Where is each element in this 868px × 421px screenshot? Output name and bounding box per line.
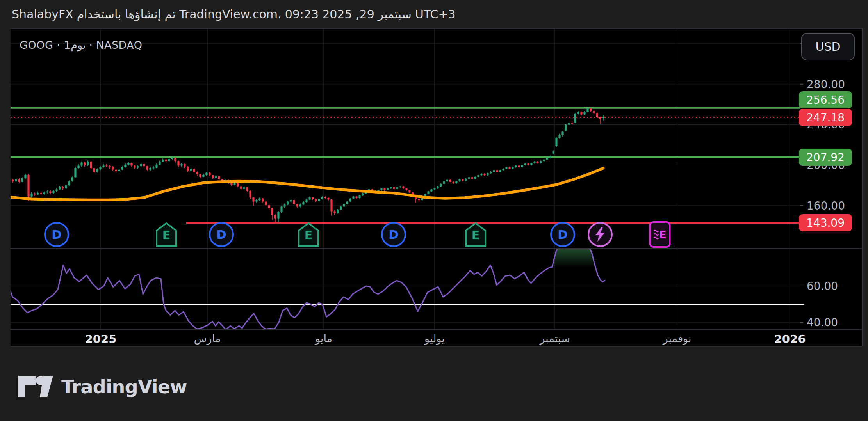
svg-text:E: E [162, 228, 171, 242]
symbol-title: GOOG · 1يوم · NASDAQ [20, 39, 143, 51]
price-axis-label: 280.00 [807, 78, 845, 91]
price-badge-247.18: 247.18 [799, 109, 852, 126]
attribution-text: ShalabyFXتم إنشاؤها باستخدامTradingView.… [0, 7, 456, 21]
time-axis-label-نوفمبر: نوفمبر [663, 332, 691, 345]
attribution-text-part: UTC+3 [415, 7, 456, 21]
time-axis-label-مايو: مايو [315, 332, 332, 345]
price-badge-256.56: 256.56 [799, 91, 852, 108]
earnings-house-icon: E [155, 222, 177, 247]
estimated-earnings-marker[interactable]: E [649, 221, 671, 248]
estimated-earnings-letter: E [659, 229, 666, 241]
chart-canvas[interactable] [0, 0, 868, 421]
dividend-marker[interactable]: D [44, 222, 69, 247]
time-axis-label-مارس: مارس [194, 332, 221, 345]
tradingview-snapshot: ShalabyFXتم إنشاؤها باستخدامTradingView.… [0, 0, 868, 421]
lightning-icon [594, 227, 606, 242]
attribution-text-part: سبتمبر [378, 7, 412, 21]
price-badge-143.09: 143.09 [799, 214, 852, 231]
earnings-marker[interactable]: E [298, 222, 319, 247]
tradingview-logo-text: TradingView [61, 376, 187, 398]
attribution-text-part: 09:23 [285, 7, 319, 21]
dividend-marker[interactable]: D [381, 222, 406, 247]
attribution-text-part: TradingView.com، [179, 7, 282, 21]
tradingview-logo: TradingView [18, 375, 187, 398]
dividend-marker[interactable]: D [209, 222, 234, 247]
earnings-marker[interactable]: E [465, 222, 487, 247]
tradingview-logo-icon [18, 375, 53, 398]
price-badge-207.92: 207.92 [799, 149, 852, 166]
time-axis-label-2025: 2025 [85, 332, 117, 346]
attribution-text-part: 2025 ,29 [322, 7, 374, 21]
time-axis-label-يوليو: يوليو [424, 332, 445, 345]
dividend-marker[interactable]: D [550, 222, 575, 247]
attribution-text-part: تم إنشاؤها باستخدام [77, 7, 176, 21]
attribution-header: ShalabyFXتم إنشاؤها باستخدامTradingView.… [0, 0, 868, 28]
indicator-axis-label: 60.00 [807, 279, 838, 292]
earnings-house-icon: E [298, 222, 319, 247]
time-axis-label-2026: 2026 [774, 332, 806, 346]
time-axis-label-سبتمبر: سبتمبر [540, 332, 570, 345]
attribution-text-part: ShalabyFX [12, 7, 73, 21]
svg-text:E: E [472, 228, 480, 242]
currency-button[interactable]: USD [801, 33, 855, 60]
flash-event-marker[interactable] [588, 222, 613, 247]
waves-icon [653, 229, 659, 240]
earnings-marker[interactable]: E [155, 222, 177, 247]
earnings-house-icon: E [465, 222, 487, 247]
price-axis-label: 160.00 [807, 199, 845, 212]
svg-text:E: E [305, 228, 313, 242]
indicator-axis-label: 40.00 [807, 316, 838, 329]
